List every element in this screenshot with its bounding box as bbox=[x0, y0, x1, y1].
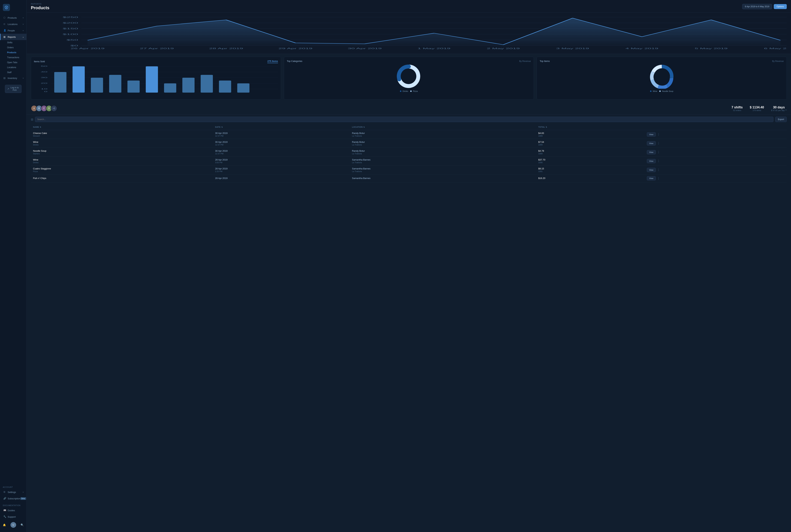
legend-pizza: Pizza bbox=[410, 90, 418, 92]
export-button[interactable]: Export bbox=[775, 117, 787, 122]
item-category: Pizza bbox=[33, 170, 211, 172]
svg-text:1 May 2019: 1 May 2019 bbox=[418, 48, 450, 50]
top-items-meta: By Revenue bbox=[772, 60, 784, 62]
item-name: Noodle Soup bbox=[33, 150, 211, 152]
sidebar-item-locations-label: Locations bbox=[7, 23, 18, 25]
bell-icon[interactable]: 🔔 bbox=[3, 524, 6, 526]
log-in-pos-button[interactable]: ↗ Log in to PoS bbox=[5, 85, 21, 93]
summary-days: 30 days $ 37.81 per day ** bbox=[771, 106, 787, 111]
main-nav: ⬡ Products ▾ ⊙ Locations ▾ 👤 People ▾ ▦ bbox=[0, 15, 26, 483]
sidebar-item-people-label: People bbox=[7, 29, 15, 32]
date-time: 2:25 PM bbox=[215, 170, 348, 172]
col-location[interactable]: LOCATION⇅ bbox=[350, 124, 536, 130]
svg-text:40: 40 bbox=[41, 71, 48, 73]
gear-icon: ⚙ bbox=[3, 491, 6, 494]
total-id: 1089 bbox=[538, 144, 643, 146]
sidebar-item-inventory[interactable]: ▤ Inventory ▾ bbox=[0, 75, 26, 81]
svg-rect-42 bbox=[164, 83, 176, 93]
col-total[interactable]: TOTAL⇅ bbox=[536, 124, 645, 130]
sidebar-item-reports[interactable]: ▦ Reports ▴ bbox=[0, 34, 26, 40]
date-main: 28 Apr 2019 bbox=[215, 158, 348, 161]
cell-total: $4.78 1089 bbox=[536, 148, 645, 157]
cell-total: $16.20 bbox=[536, 174, 645, 182]
cell-location: Randy Botur La Trattoria bbox=[350, 130, 536, 139]
top-items-legend: Wine Noodle Soup bbox=[650, 90, 673, 92]
total-value: $37.70 bbox=[538, 158, 643, 161]
sidebar-item-people[interactable]: 👤 People ▾ bbox=[0, 27, 26, 34]
sub-nav-transactions[interactable]: Transactions bbox=[0, 55, 26, 60]
cell-total: $7.54 1089 bbox=[536, 139, 645, 148]
col-actions bbox=[645, 124, 787, 130]
cell-name: Wine Drinks bbox=[31, 139, 213, 148]
svg-marker-24 bbox=[88, 18, 780, 45]
header-left: REPORTS Products bbox=[31, 3, 49, 10]
view-button[interactable]: View bbox=[647, 176, 656, 180]
location-sub: La Trattoria bbox=[352, 144, 534, 146]
item-name: Cuatro Staggione bbox=[33, 167, 211, 170]
sub-nav-staff[interactable]: Staff bbox=[0, 70, 26, 75]
chevron-down-icon: ▾ bbox=[23, 30, 24, 32]
cell-actions: View ⋮ bbox=[645, 139, 787, 148]
item-category: Drinks bbox=[33, 144, 211, 146]
view-button[interactable]: View bbox=[647, 159, 656, 163]
sidebar-item-settings[interactable]: ⚙ Settings ▾ bbox=[0, 489, 26, 495]
sub-nav-products[interactable]: Products bbox=[0, 50, 26, 55]
sidebar-item-locations[interactable]: ⊙ Locations ▾ bbox=[0, 21, 26, 27]
search-icon[interactable]: 🔍 bbox=[21, 524, 24, 526]
cell-actions: View ⋮ bbox=[645, 148, 787, 157]
sidebar-item-guides[interactable]: 📖 Guides bbox=[0, 507, 26, 514]
wine-label: Wine bbox=[653, 90, 657, 92]
box-icon: ⬡ bbox=[3, 16, 6, 19]
sub-nav-report-locations[interactable]: Locations bbox=[0, 65, 26, 70]
table-header-row: NAME⇅ DATE⇅ LOCATION⇅ TOTAL⇅ bbox=[31, 124, 787, 130]
account-section: ACCOUNT ⚙ Settings ▾ 🔗 Subscription Beta bbox=[0, 483, 26, 502]
items-sold-card: Items Sold 275 Items 50 40 30 20 10 0 bbox=[31, 57, 281, 99]
view-button[interactable]: View bbox=[647, 150, 656, 154]
date-range-button[interactable]: 6 Apr 2019 to 6 May 2019 bbox=[742, 4, 772, 9]
sub-nav-open-tabs[interactable]: Open Tabs bbox=[0, 60, 26, 65]
more-button[interactable]: ⋮ bbox=[657, 141, 660, 145]
total-value: $16.20 bbox=[538, 177, 643, 179]
sub-nav-orders[interactable]: Orders bbox=[0, 45, 26, 50]
items-sold-header: Items Sold 275 Items bbox=[34, 60, 278, 63]
col-date[interactable]: DATE⇅ bbox=[213, 124, 350, 130]
sub-nav-shifts[interactable]: Shifts bbox=[0, 40, 26, 45]
cell-name: Wine Drinks bbox=[31, 157, 213, 166]
view-button[interactable]: View bbox=[647, 132, 656, 137]
cell-date: 30 Apr 2019 12:37 PM bbox=[213, 139, 350, 148]
date-time: 12:37 PM bbox=[215, 135, 348, 137]
legend-wine: Wine bbox=[650, 90, 657, 92]
line-chart-svg: $250 $200 $150 $100 $50 $0 26 Apr 2019 2… bbox=[31, 15, 787, 51]
svg-rect-40 bbox=[127, 80, 140, 93]
action-buttons: View ⋮ bbox=[647, 176, 785, 180]
more-button[interactable]: ⋮ bbox=[657, 159, 660, 163]
total-id: 1089 bbox=[538, 153, 643, 155]
cell-name: Noodle Soup Starters bbox=[31, 148, 213, 157]
sidebar-item-support[interactable]: 🔧 Support bbox=[0, 514, 26, 520]
more-button[interactable]: ⋮ bbox=[657, 168, 660, 172]
filter-icon[interactable]: ⊟ bbox=[31, 118, 33, 121]
more-button[interactable]: ⋮ bbox=[657, 150, 660, 154]
user-avatar[interactable]: U bbox=[11, 522, 16, 528]
svg-text:4 May 2019: 4 May 2019 bbox=[625, 48, 658, 50]
more-button[interactable]: ⋮ bbox=[657, 177, 660, 180]
avatar-count: +1 bbox=[51, 105, 57, 112]
location-sub: La Trattoria bbox=[352, 135, 534, 137]
options-button[interactable]: Options bbox=[774, 4, 787, 9]
cell-name: Fish n' Chips bbox=[31, 174, 213, 182]
sidebar-item-inventory-label: Inventory bbox=[7, 77, 17, 79]
sidebar-item-products[interactable]: ⬡ Products ▾ bbox=[0, 15, 26, 21]
view-button[interactable]: View bbox=[647, 168, 656, 172]
svg-text:26 Apr 2019: 26 Apr 2019 bbox=[71, 48, 105, 50]
pizza-label: Pizza bbox=[413, 90, 418, 92]
item-name: Wine bbox=[33, 158, 211, 161]
svg-rect-38 bbox=[91, 78, 103, 93]
view-button[interactable]: View bbox=[647, 141, 656, 146]
col-name[interactable]: NAME⇅ bbox=[31, 124, 213, 130]
svg-text:30 Apr 2019: 30 Apr 2019 bbox=[348, 48, 382, 50]
sidebar-item-subscription[interactable]: 🔗 Subscription Beta bbox=[0, 495, 26, 502]
search-input[interactable] bbox=[35, 117, 773, 122]
more-button[interactable]: ⋮ bbox=[657, 133, 660, 136]
top-items-header: Top Items By Revenue bbox=[540, 60, 784, 62]
page-header: REPORTS Products 6 Apr 2019 to 6 May 201… bbox=[26, 0, 791, 13]
